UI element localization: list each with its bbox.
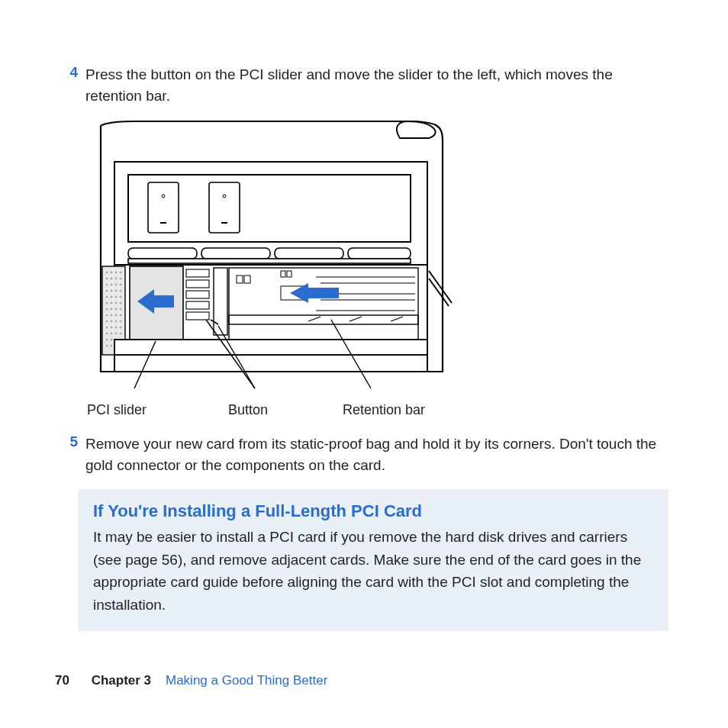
- svg-rect-70: [186, 280, 209, 288]
- svg-point-42: [106, 314, 108, 316]
- svg-point-20: [115, 278, 117, 279]
- page-content: 4 Press the button on the PCI slider and…: [60, 64, 668, 631]
- svg-point-14: [106, 272, 108, 273]
- step-text: Press the button on the PCI slider and m…: [85, 64, 668, 106]
- svg-point-25: [120, 284, 121, 285]
- svg-rect-11: [128, 259, 411, 263]
- svg-point-19: [111, 278, 112, 279]
- svg-point-38: [106, 308, 108, 310]
- svg-rect-67: [154, 295, 174, 308]
- svg-line-93: [429, 271, 452, 303]
- svg-point-32: [115, 296, 117, 298]
- svg-point-22: [106, 284, 108, 285]
- svg-point-47: [111, 321, 112, 322]
- svg-point-35: [111, 302, 112, 304]
- svg-point-63: [111, 345, 112, 346]
- svg-rect-73: [186, 312, 209, 320]
- callout-box: If You're Installing a Full-Length PCI C…: [78, 489, 668, 631]
- svg-point-17: [120, 272, 121, 273]
- svg-point-34: [106, 302, 108, 304]
- svg-rect-3: [160, 222, 166, 224]
- svg-point-39: [111, 308, 112, 310]
- svg-point-51: [111, 327, 112, 328]
- svg-point-43: [111, 314, 112, 316]
- svg-point-28: [115, 290, 117, 292]
- svg-point-5: [223, 195, 226, 198]
- svg-point-21: [120, 278, 121, 279]
- svg-rect-7: [128, 248, 197, 259]
- svg-line-74: [211, 320, 218, 324]
- svg-point-16: [115, 272, 117, 273]
- svg-rect-72: [186, 301, 209, 309]
- svg-point-30: [106, 296, 108, 298]
- callout-title: If You're Installing a Full-Length PCI C…: [93, 501, 653, 521]
- svg-point-36: [115, 302, 117, 304]
- svg-line-94: [429, 279, 449, 306]
- svg-point-50: [106, 327, 108, 328]
- page-footer: 70 Chapter 3 Making a Good Thing Better: [55, 673, 327, 688]
- svg-point-55: [111, 333, 112, 334]
- svg-point-62: [106, 345, 108, 346]
- figure-labels: PCI slider Button Retention bar: [87, 402, 668, 418]
- diagram-svg: [87, 120, 453, 395]
- svg-point-23: [111, 284, 112, 285]
- label-button: Button: [228, 402, 343, 418]
- svg-point-45: [120, 314, 121, 316]
- svg-rect-8: [201, 248, 270, 259]
- svg-point-59: [111, 339, 112, 340]
- svg-point-58: [106, 339, 108, 340]
- svg-rect-91: [308, 288, 339, 298]
- chapter-title: Making a Good Thing Better: [166, 673, 327, 688]
- svg-point-26: [106, 290, 108, 292]
- svg-point-18: [106, 278, 108, 279]
- instruction-step-4: 4 Press the button on the PCI slider and…: [60, 64, 668, 106]
- svg-point-40: [115, 308, 117, 310]
- svg-point-24: [115, 284, 117, 285]
- svg-point-27: [111, 290, 112, 292]
- svg-rect-76: [229, 268, 418, 340]
- svg-rect-10: [348, 248, 411, 259]
- svg-point-48: [115, 321, 117, 322]
- step-number: 4: [60, 64, 78, 106]
- svg-point-53: [120, 327, 121, 328]
- svg-rect-69: [186, 269, 209, 277]
- document-page: 4 Press the button on the PCI slider and…: [0, 0, 728, 728]
- step-text: Remove your new card from its static-pro…: [85, 433, 668, 475]
- label-retention-bar: Retention bar: [343, 402, 668, 418]
- svg-point-37: [120, 302, 121, 304]
- svg-point-33: [120, 296, 121, 298]
- label-pci-slider: PCI slider: [87, 402, 228, 418]
- svg-rect-75: [214, 268, 227, 335]
- svg-rect-95: [114, 340, 427, 355]
- svg-rect-71: [186, 291, 209, 298]
- svg-rect-4: [209, 182, 240, 233]
- page-number: 70: [55, 673, 69, 688]
- svg-point-44: [115, 314, 117, 316]
- svg-point-29: [120, 290, 121, 292]
- svg-rect-9: [275, 248, 343, 259]
- svg-point-52: [115, 327, 117, 328]
- svg-rect-0: [128, 175, 411, 242]
- svg-rect-1: [148, 182, 179, 233]
- instruction-step-5: 5 Remove your new card from its static-p…: [60, 433, 668, 475]
- step-number: 5: [60, 433, 78, 475]
- svg-point-15: [111, 272, 112, 273]
- figure-mac-pro-interior: [87, 120, 668, 398]
- svg-point-2: [162, 195, 165, 198]
- svg-point-31: [111, 296, 112, 298]
- svg-point-54: [106, 333, 108, 334]
- svg-point-46: [106, 321, 108, 322]
- svg-point-56: [115, 333, 117, 334]
- chapter-label: Chapter 3: [92, 673, 151, 688]
- svg-point-41: [120, 308, 121, 310]
- svg-point-49: [120, 321, 121, 322]
- svg-rect-6: [221, 222, 227, 224]
- callout-body: It may be easier to install a PCI card i…: [93, 526, 653, 616]
- svg-point-57: [120, 333, 121, 334]
